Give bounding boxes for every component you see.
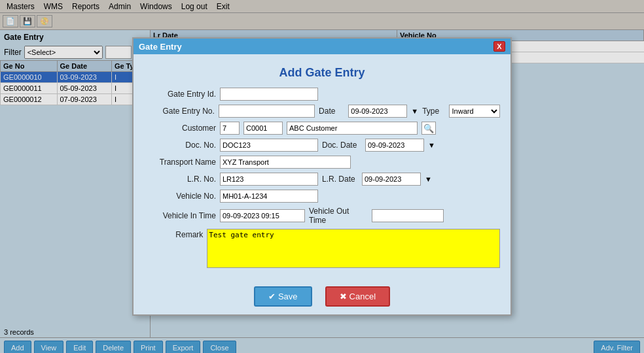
vehicle-no-input[interactable] <box>220 190 318 203</box>
lr-no-label: L.R. No. <box>144 175 216 184</box>
save-checkmark-icon: ✔ <box>268 292 276 301</box>
vehicle-no-row: Vehicle No. <box>144 190 500 203</box>
customer-label: Customer <box>144 124 216 133</box>
cancel-label: Cancel <box>349 292 376 301</box>
lr-no-row: L.R. No. L.R. Date ▼ <box>144 173 500 186</box>
gate-entry-id-row: Gate Entry Id. <box>144 88 500 101</box>
transport-name-input[interactable] <box>220 156 351 169</box>
lr-date-label: L.R. Date <box>322 175 358 184</box>
doc-date-input[interactable] <box>365 139 424 152</box>
modal-cancel-button[interactable]: ✖ Cancel <box>325 286 390 307</box>
gate-entry-no-label: Gate Entry No. <box>144 107 215 116</box>
vehicle-in-time-input[interactable] <box>220 209 305 222</box>
transport-name-label: Transport Name <box>144 158 216 167</box>
doc-no-row: Doc. No. Doc. Date ▼ <box>144 139 500 152</box>
doc-no-input[interactable] <box>220 139 318 152</box>
date-label: Date <box>319 107 344 116</box>
modal-close-button[interactable]: X <box>493 41 505 52</box>
gate-entry-no-input[interactable] <box>219 105 315 118</box>
modal-overlay: Gate Entry X Add Gate Entry Gate Entry I… <box>0 0 644 353</box>
vehicle-out-time-input[interactable] <box>372 209 444 222</box>
modal-titlebar: Gate Entry X <box>134 39 510 54</box>
transport-name-row: Transport Name <box>144 156 500 169</box>
cancel-x-icon: ✖ <box>340 292 347 301</box>
remark-textarea[interactable] <box>207 229 500 268</box>
customer-search-button[interactable]: 🔍 <box>421 122 436 135</box>
customer-name-input[interactable] <box>287 122 418 135</box>
customer-num-input[interactable] <box>220 122 240 135</box>
gate-entry-id-input[interactable] <box>220 88 318 101</box>
modal-heading: Add Gate Entry <box>144 61 500 88</box>
date-input[interactable] <box>348 105 407 118</box>
modal-save-button[interactable]: ✔ Save <box>254 286 312 307</box>
vehicle-time-row: Vehicle In Time Vehicle Out Time <box>144 207 500 225</box>
remark-label: Remark <box>144 229 203 239</box>
doc-no-label: Doc. No. <box>144 141 216 150</box>
remark-row: Remark <box>144 229 500 268</box>
lr-no-input[interactable] <box>220 173 318 186</box>
vehicle-in-time-label: Vehicle In Time <box>144 211 216 220</box>
modal-title: Gate Entry <box>139 42 182 52</box>
modal-footer: ✔ Save ✖ Cancel <box>134 278 510 314</box>
type-select[interactable]: Inward Outward <box>449 105 500 118</box>
modal: Gate Entry X Add Gate Entry Gate Entry I… <box>132 37 512 316</box>
modal-body: Add Gate Entry Gate Entry Id. Gate Entry… <box>134 54 510 278</box>
vehicle-no-label: Vehicle No. <box>144 192 216 201</box>
save-label: Save <box>278 292 298 301</box>
gate-entry-no-row: Gate Entry No. Date ▼ Type Inward Outwar… <box>144 105 500 118</box>
customer-code-input[interactable] <box>243 122 283 135</box>
type-label: Type <box>422 107 444 116</box>
doc-date-label: Doc. Date <box>322 141 361 150</box>
customer-row: Customer 🔍 <box>144 122 500 135</box>
lr-date-input[interactable] <box>362 173 421 186</box>
gate-entry-id-label: Gate Entry Id. <box>144 90 216 99</box>
vehicle-out-time-label: Vehicle Out Time <box>309 207 368 225</box>
